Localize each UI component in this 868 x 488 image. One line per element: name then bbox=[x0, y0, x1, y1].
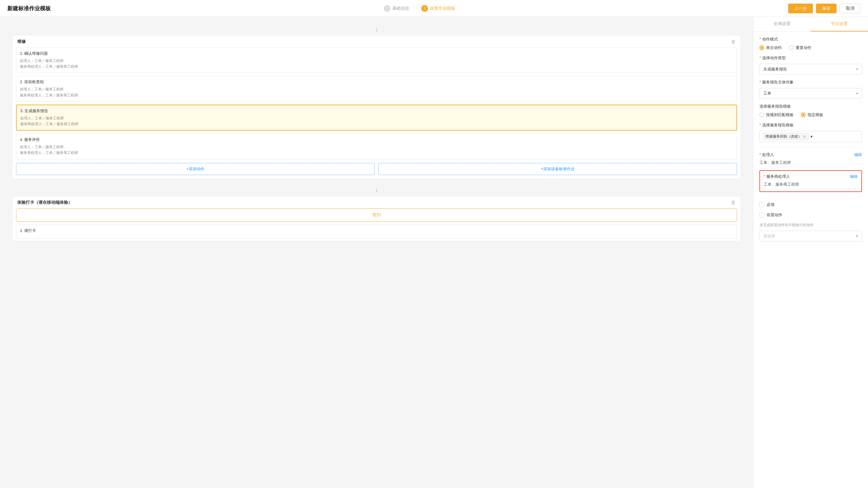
vendor-handler-box: 服务商处理人 编辑 工单．服务商工程师 bbox=[760, 170, 862, 192]
required-checkbox-item[interactable]: 必填 bbox=[760, 202, 862, 207]
step-divider: ··· bbox=[413, 6, 418, 10]
action-vendor-1: 服务商处理人：工单／服务商工程师 bbox=[20, 64, 733, 69]
divider-2 bbox=[760, 197, 862, 197]
pre-action-checkbox-item[interactable]: 前置动作 bbox=[760, 212, 862, 218]
add-buttons-group: +添加动作 +添加设备标准作业 bbox=[16, 163, 737, 175]
action-handler-3: 处理人：工单／服务工程师 bbox=[20, 116, 733, 121]
action-item-4[interactable]: 4. 服务评价 处理人：工单／服务工程师 服务商处理人：工单／服务商工程师 bbox=[16, 134, 737, 159]
chevron-down-icon-4: ▾ bbox=[856, 234, 858, 238]
template-tag-text: 维修服务回执（勿改） bbox=[766, 134, 802, 139]
experience-node: 体验打卡（请在移动端体验） 🗑 签到 1. 请打卡 bbox=[12, 196, 741, 241]
panel-content: 动作模式 单次动作 重复动作 选择动作类型 生成服务报告 ▾ 服务报告主体对象 bbox=[753, 32, 868, 488]
handler-label: 处理人 bbox=[760, 152, 774, 158]
pre-action-placeholder: 请选择 bbox=[763, 233, 775, 239]
action-type-select[interactable]: 生成服务报告 ▾ bbox=[760, 64, 862, 75]
required-label: 必填 bbox=[767, 202, 775, 207]
action-vendor-4: 服务商处理人：工单／服务商工程师 bbox=[20, 150, 733, 156]
pre-action-label: 前置动作 bbox=[767, 212, 782, 218]
flow-connector-top: ↓ bbox=[12, 23, 741, 35]
handler-header: 处理人 编辑 bbox=[760, 152, 862, 158]
step-2: 2 设置作业模板 bbox=[421, 5, 455, 12]
add-device-button[interactable]: +添加设备标准作业 bbox=[378, 163, 737, 175]
radio-single-circle bbox=[760, 45, 764, 50]
report-subject-label: 服务报告主体对象 bbox=[760, 79, 862, 85]
repair-node: 维修 🗑 1. 确认维修问题 处理人：工单／服务工程师 服务商处理人：工单／服务… bbox=[12, 35, 741, 179]
repair-node-header: 维修 🗑 bbox=[12, 35, 741, 44]
tab-global[interactable]: 全局设置 bbox=[753, 17, 811, 31]
pre-action-select[interactable]: 请选择 ▾ bbox=[760, 231, 862, 241]
pre-action-section: 前置动作 未完成前置动作前不能执行此动作 请选择 ▾ bbox=[760, 212, 862, 241]
handler-section: 处理人 编辑 工单．服务工程师 bbox=[760, 152, 862, 167]
action-title-1: 1. 确认维修问题 bbox=[20, 51, 733, 56]
exp-action-title-1: 1. 请打卡 bbox=[20, 228, 733, 233]
panel-tabs: 全局设置 节点设置 bbox=[753, 17, 868, 32]
header-actions: 上一步 保存 取消 bbox=[788, 4, 861, 13]
canvas-area: ↓ 维修 🗑 1. 确认维修问题 处理人：工单／服务工程师 服务商处理人：工单／… bbox=[0, 17, 753, 488]
select-template-label: 选择服务报告模板 bbox=[760, 123, 862, 128]
action-item-1[interactable]: 1. 确认维修问题 处理人：工单／服务工程师 服务商处理人：工单／服务商工程师 bbox=[16, 47, 737, 73]
template-tag: 维修服务回执（勿改） ✕ bbox=[763, 133, 809, 140]
repair-node-title: 维修 bbox=[17, 39, 26, 44]
sign-card[interactable]: 签到 bbox=[16, 208, 737, 222]
vendor-handler-header: 服务商处理人 编辑 bbox=[764, 174, 858, 179]
action-mode-radio-group: 单次动作 重复动作 bbox=[760, 45, 862, 51]
pre-action-checkbox[interactable] bbox=[760, 213, 764, 217]
action-handler-2: 处理人：工单／服务工程师 bbox=[20, 87, 733, 92]
radio-repeat-label: 重复动作 bbox=[796, 45, 811, 51]
report-subject-select[interactable]: 工单 ▾ bbox=[760, 88, 862, 99]
repair-node-delete-icon[interactable]: 🗑 bbox=[731, 39, 736, 44]
experience-node-header: 体验打卡（请在移动端体验） 🗑 bbox=[12, 196, 741, 205]
radio-specify-label: 指定模板 bbox=[807, 112, 823, 118]
header: 新建标准作业模板 1 基础信息 ··· 2 设置作业模板 上一步 保存 取消 bbox=[0, 0, 868, 17]
tab-node[interactable]: 节点设置 bbox=[811, 17, 868, 31]
radio-rule-match[interactable]: 按规则匹配模板 bbox=[760, 112, 794, 118]
radio-single-action[interactable]: 单次动作 bbox=[760, 45, 782, 51]
arrow-down-icon: ↓ bbox=[375, 26, 378, 33]
flow-connector-middle: ↓ bbox=[12, 184, 741, 196]
tag-close-icon[interactable]: ✕ bbox=[803, 135, 806, 139]
report-template-radio-group: 按规则匹配模板 指定模板 bbox=[760, 112, 862, 118]
report-template-section-label: 选择服务报告模板 bbox=[760, 104, 862, 109]
radio-repeat-circle bbox=[789, 45, 794, 50]
chevron-down-icon-2: ▾ bbox=[856, 91, 858, 96]
right-panel: 全局设置 节点设置 动作模式 单次动作 重复动作 选择动作类型 生成服务报告 ▾ bbox=[753, 17, 868, 488]
cancel-button[interactable]: 取消 bbox=[840, 4, 861, 13]
action-handler-1: 处理人：工单／服务工程师 bbox=[20, 58, 733, 64]
action-item-3[interactable]: 3. 生成服务报告 处理人：工单／服务工程师 服务商处理人：工单／服务商工程师 bbox=[16, 105, 737, 131]
radio-repeat-action[interactable]: 重复动作 bbox=[789, 45, 811, 51]
divider-1 bbox=[760, 147, 862, 147]
radio-specify-template[interactable]: 指定模板 bbox=[801, 112, 823, 118]
vendor-handler-edit-link[interactable]: 编辑 bbox=[850, 174, 858, 179]
exp-action-item-1[interactable]: 1. 请打卡 bbox=[16, 225, 737, 238]
experience-node-title: 体验打卡（请在移动端体验） bbox=[17, 200, 72, 205]
action-title-4: 4. 服务评价 bbox=[20, 137, 733, 142]
step-1: 1 基础信息 bbox=[384, 5, 409, 12]
steps: 1 基础信息 ··· 2 设置作业模板 bbox=[384, 5, 455, 12]
save-button[interactable]: 保存 bbox=[816, 4, 837, 13]
arrow-down-icon-2: ↓ bbox=[375, 186, 378, 193]
step2-num: 2 bbox=[421, 5, 428, 12]
radio-rule-label: 按规则匹配模板 bbox=[766, 112, 794, 118]
radio-rule-circle bbox=[760, 112, 764, 117]
page-title: 新建标准作业模板 bbox=[7, 5, 51, 12]
prev-button[interactable]: 上一步 bbox=[788, 4, 813, 13]
main-layout: ↓ 维修 🗑 1. 确认维修问题 处理人：工单／服务工程师 服务商处理人：工单／… bbox=[0, 17, 868, 488]
action-item-2[interactable]: 2. 添加检查组 处理人：工单／服务工程师 服务商处理人：工单／服务商工程师 bbox=[16, 76, 737, 101]
radio-single-label: 单次动作 bbox=[766, 45, 782, 51]
step1-num: 1 bbox=[384, 5, 391, 12]
chevron-down-icon-3: ▾ bbox=[810, 134, 813, 139]
sign-label: 签到 bbox=[372, 212, 381, 217]
handler-value: 工单．服务工程师 bbox=[760, 159, 862, 167]
handler-edit-link[interactable]: 编辑 bbox=[854, 152, 862, 158]
template-select-box[interactable]: 维修服务回执（勿改） ✕ ▾ bbox=[760, 131, 862, 142]
report-subject-value: 工单 bbox=[763, 91, 771, 96]
action-vendor-3: 服务商处理人：工单／服务商工程师 bbox=[20, 121, 733, 127]
action-type-value: 生成服务报告 bbox=[763, 67, 787, 72]
vendor-handler-value: 工单．服务商工程师 bbox=[764, 181, 858, 188]
add-action-button[interactable]: +添加动作 bbox=[16, 163, 375, 175]
required-checkbox[interactable] bbox=[760, 202, 764, 207]
action-title-2: 2. 添加检查组 bbox=[20, 79, 733, 85]
experience-node-delete-icon[interactable]: 🗑 bbox=[731, 200, 736, 205]
step1-label: 基础信息 bbox=[392, 6, 409, 11]
vendor-handler-label: 服务商处理人 bbox=[764, 174, 790, 179]
